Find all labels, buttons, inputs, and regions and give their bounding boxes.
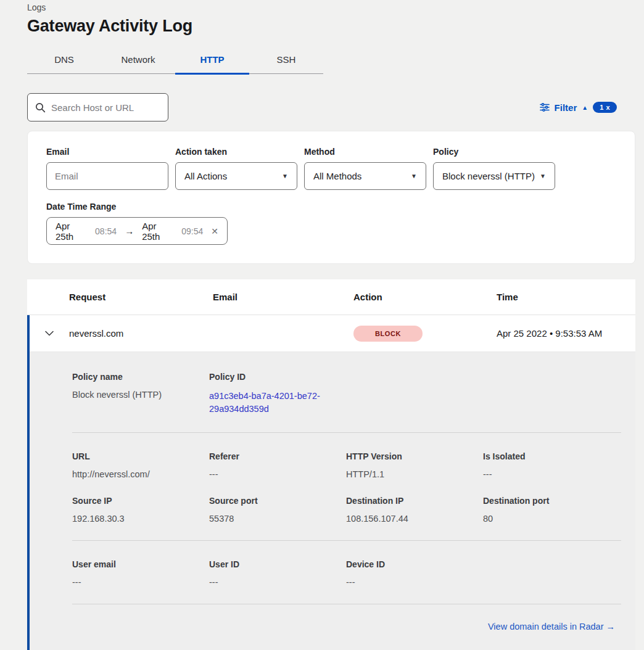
url-value: http://neverssl.com/ bbox=[72, 469, 199, 479]
http-version-value: HTTP/1.1 bbox=[346, 469, 473, 479]
chevron-down-icon: ▼ bbox=[411, 173, 417, 179]
close-icon[interactable]: ✕ bbox=[211, 226, 218, 236]
filter-control: Filter ▲ 1 x bbox=[540, 102, 617, 113]
policy-name-value: Block neverssl (HTTP) bbox=[72, 390, 199, 400]
start-time[interactable]: 08:54 bbox=[95, 226, 117, 236]
filter-count-badge[interactable]: 1 x bbox=[593, 102, 617, 113]
search-box[interactable] bbox=[27, 93, 168, 121]
log-type-tabs: DNS Network HTTP SSH bbox=[27, 47, 323, 74]
referer-value: --- bbox=[209, 469, 336, 479]
policy-value: Block neverssl (HTTP) bbox=[442, 171, 535, 181]
row-detail-panel: Policy name Block neverssl (HTTP) Policy… bbox=[30, 352, 635, 650]
tab-network[interactable]: Network bbox=[101, 47, 175, 75]
tab-ssh[interactable]: SSH bbox=[249, 47, 323, 75]
email-filter-input[interactable] bbox=[46, 162, 168, 190]
end-date[interactable]: Apr 25th bbox=[142, 221, 176, 242]
policy-name-cell: Policy name Block neverssl (HTTP) bbox=[72, 372, 209, 416]
user-id-label: User ID bbox=[209, 559, 336, 569]
url-cell: URL http://neverssl.com/ bbox=[72, 451, 209, 479]
method-field: Method All Methods ▼ bbox=[304, 147, 426, 190]
method-select[interactable]: All Methods ▼ bbox=[304, 162, 426, 190]
policy-label: Policy bbox=[433, 147, 555, 157]
action-taken-value: All Actions bbox=[184, 171, 227, 181]
radar-link-row: View domain details in Radar → bbox=[72, 606, 621, 650]
filter-toggle-button[interactable]: Filter bbox=[555, 102, 577, 113]
arrow-right-icon: → bbox=[125, 226, 134, 236]
block-status-badge: BLOCK bbox=[353, 326, 423, 342]
column-header-email: Email bbox=[213, 292, 353, 302]
method-value: All Methods bbox=[313, 171, 361, 181]
destination-port-label: Destination port bbox=[483, 496, 610, 506]
policy-select[interactable]: Block neverssl (HTTP) ▼ bbox=[433, 162, 555, 190]
is-isolated-label: Is Isolated bbox=[483, 451, 610, 461]
source-port-value: 55378 bbox=[209, 514, 336, 524]
http-version-cell: HTTP Version HTTP/1.1 bbox=[346, 451, 483, 479]
row-expand-chevron[interactable] bbox=[30, 331, 69, 336]
row-request: neverssl.com bbox=[69, 328, 213, 339]
chevron-up-icon[interactable]: ▲ bbox=[582, 104, 588, 111]
filter-fields-row: Email Action taken All Actions ▼ Method … bbox=[46, 147, 616, 190]
search-icon bbox=[35, 102, 46, 113]
destination-port-cell: Destination port 80 bbox=[483, 496, 620, 524]
activity-log-table: Request Email Action Time neverssl.com B… bbox=[27, 279, 635, 650]
policy-field: Policy Block neverssl (HTTP) ▼ bbox=[433, 147, 555, 190]
user-email-label: User email bbox=[72, 559, 199, 569]
user-id-value: --- bbox=[209, 577, 336, 587]
view-domain-details-radar-link[interactable]: View domain details in Radar → bbox=[488, 622, 615, 631]
source-ip-cell: Source IP 192.168.30.3 bbox=[72, 496, 209, 524]
policy-id-link[interactable]: a91c3eb4-ba7a-4201-be72-29a934dd359d bbox=[209, 390, 329, 416]
table-header-row: Request Email Action Time bbox=[27, 279, 635, 315]
column-header-action: Action bbox=[353, 292, 497, 302]
section-divider bbox=[72, 432, 621, 433]
method-label: Method bbox=[304, 147, 426, 157]
action-taken-label: Action taken bbox=[175, 147, 297, 157]
device-id-cell: Device ID --- bbox=[346, 559, 483, 587]
tab-dns[interactable]: DNS bbox=[27, 47, 101, 75]
tab-http[interactable]: HTTP bbox=[175, 47, 249, 75]
email-filter-label: Email bbox=[46, 147, 168, 157]
http-section: URL http://neverssl.com/ Referer --- HTT… bbox=[72, 434, 621, 542]
destination-ip-value: 108.156.107.44 bbox=[346, 514, 473, 524]
breadcrumb: Logs bbox=[27, 2, 644, 12]
chevron-down-icon: ▼ bbox=[540, 173, 546, 179]
user-id-cell: User ID --- bbox=[209, 559, 346, 587]
device-id-label: Device ID bbox=[346, 559, 473, 569]
chevron-down-icon bbox=[45, 331, 54, 336]
section-divider bbox=[72, 604, 621, 604]
expanded-row-block: neverssl.com BLOCK Apr 25 2022 • 9:53:53… bbox=[27, 315, 635, 650]
is-isolated-cell: Is Isolated --- bbox=[483, 451, 620, 479]
column-header-request: Request bbox=[69, 292, 213, 302]
referer-label: Referer bbox=[209, 451, 336, 461]
gateway-activity-log-page: Logs Gateway Activity Log DNS Network HT… bbox=[0, 0, 644, 650]
device-id-value: --- bbox=[346, 577, 473, 587]
http-version-label: HTTP Version bbox=[346, 451, 473, 461]
search-input[interactable] bbox=[51, 102, 174, 113]
destination-ip-cell: Destination IP 108.156.107.44 bbox=[346, 496, 483, 524]
policy-id-label: Policy ID bbox=[209, 372, 336, 382]
date-range-picker[interactable]: Apr 25th 08:54 → Apr 25th 09:54 ✕ bbox=[46, 217, 228, 245]
filter-sliders-icon bbox=[540, 103, 550, 112]
user-section: User email --- User ID --- Device ID --- bbox=[72, 542, 621, 606]
destination-port-value: 80 bbox=[483, 514, 610, 524]
source-port-cell: Source port 55378 bbox=[209, 496, 346, 524]
page-title: Gateway Activity Log bbox=[27, 17, 644, 36]
end-time[interactable]: 09:54 bbox=[181, 226, 203, 236]
chevron-down-icon: ▼ bbox=[282, 173, 288, 179]
section-divider bbox=[72, 540, 621, 541]
email-filter-field: Email bbox=[46, 147, 168, 190]
date-range-field: Date Time Range Apr 25th 08:54 → Apr 25t… bbox=[46, 202, 616, 245]
table-row[interactable]: neverssl.com BLOCK Apr 25 2022 • 9:53:53… bbox=[30, 315, 635, 352]
url-label: URL bbox=[72, 451, 199, 461]
action-taken-field: Action taken All Actions ▼ bbox=[175, 147, 297, 190]
start-date[interactable]: Apr 25th bbox=[56, 221, 89, 242]
destination-ip-label: Destination IP bbox=[346, 496, 473, 506]
row-action: BLOCK bbox=[353, 326, 497, 342]
action-taken-select[interactable]: All Actions ▼ bbox=[175, 162, 297, 190]
date-range-label: Date Time Range bbox=[46, 202, 616, 212]
policy-name-label: Policy name bbox=[72, 372, 199, 382]
user-email-value: --- bbox=[72, 577, 199, 587]
policy-id-cell: Policy ID a91c3eb4-ba7a-4201-be72-29a934… bbox=[209, 372, 346, 416]
filter-panel: Email Action taken All Actions ▼ Method … bbox=[27, 131, 635, 264]
is-isolated-value: --- bbox=[483, 469, 610, 479]
toolbar: Filter ▲ 1 x bbox=[27, 93, 617, 121]
